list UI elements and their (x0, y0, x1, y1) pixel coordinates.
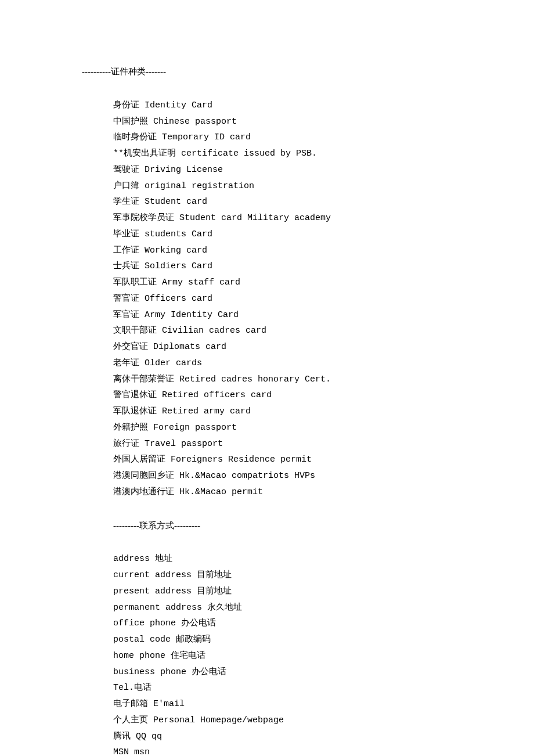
document-line: 工作证 Working card (113, 243, 534, 259)
document-line: 警官退休证 Retired officers card (113, 387, 534, 404)
document-line: 军事院校学员证 Student card Military academy (113, 210, 534, 226)
document-line: 军队职工证 Army staff card (113, 275, 534, 291)
document-line: 身份证 Identity Card (113, 98, 534, 114)
document-line: MSN msn (113, 744, 534, 756)
document-line: 毕业证 students Card (113, 226, 534, 243)
document-line: 士兵证 Soldiers Card (113, 258, 534, 275)
document-line: 学生证 Student card (113, 194, 534, 210)
document-line: 中国护照 Chinese passport (113, 114, 534, 130)
document-line: 电子邮箱 E'mail (113, 696, 534, 712)
document-line: business phone 办公电话 (113, 664, 534, 681)
document-line: 军队退休证 Retired army card (113, 404, 534, 420)
document-line: office phone 办公电话 (113, 615, 534, 632)
document-line: 外交官证 Diplomats card (113, 339, 534, 355)
document-line: current address 目前地址 (113, 567, 534, 584)
document-line: 腾讯 QQ qq (113, 729, 534, 745)
document-line: 临时身份证 Temporary ID card (113, 129, 534, 146)
document-line: 户口簿 original registration (113, 178, 534, 195)
section-header-1: ----------证件种类------- (82, 64, 534, 80)
document-line: postal code 邮政编码 (113, 632, 534, 648)
document-line: 港澳内地通行证 Hk.&Macao permit (113, 484, 534, 501)
document-line: 驾驶证 Driving License (113, 162, 534, 178)
document-line: home phone 住宅电话 (113, 648, 534, 664)
document-line: 离休干部荣誉证 Retired cadres honorary Cert. (113, 372, 534, 388)
document-line: 老年证 Older cards (113, 355, 534, 372)
document-line: **机安出具证明 certificate issued by PSB. (113, 146, 534, 162)
document-line: 军官证 Army Identity Card (113, 307, 534, 323)
section-2-content: address 地址current address 目前地址present ad… (90, 551, 534, 756)
document-line: 文职干部证 Civilian cadres card (113, 323, 534, 339)
section-1-content: 身份证 Identity Card中国护照 Chinese passport临时… (90, 98, 534, 501)
document-line: 旅行证 Travel passport (113, 436, 534, 452)
document-line: Tel.电话 (113, 680, 534, 696)
document-line: 外国人居留证 Foreigners Residence permit (113, 452, 534, 468)
document-line: present address 目前地址 (113, 584, 534, 600)
section-header-2: ---------联系方式--------- (113, 518, 534, 534)
document-line: 外籍护照 Foreign passport (113, 420, 534, 436)
document-line: address 地址 (113, 551, 534, 567)
document-line: 警官证 Officers card (113, 291, 534, 307)
document-line: 个人主页 Personal Homepage/webpage (113, 712, 534, 729)
document-line: permanent address 永久地址 (113, 600, 534, 616)
document-line: 港澳同胞回乡证 Hk.&Macao compatriots HVPs (113, 468, 534, 484)
